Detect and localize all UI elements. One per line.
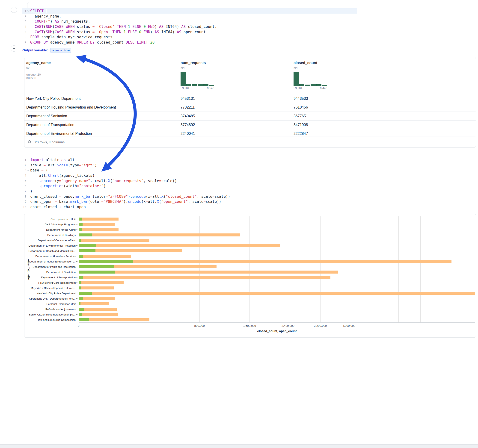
code-line[interactable]: 2 agency_name, [22,14,357,19]
output-variable-badge[interactable]: agency_tickets [50,48,71,53]
code-line[interactable]: 7GROUP BY agency_name ORDER BY closed_co… [22,40,357,45]
bar-closed_count[interactable] [79,302,109,305]
bar-closed_count[interactable] [79,276,330,279]
chart-plot-area [79,216,475,323]
bar-open_count[interactable] [79,297,83,300]
bar-closed_count[interactable] [79,228,119,231]
bar-open_count[interactable] [79,286,81,289]
bar-closed_count[interactable] [79,308,117,311]
collapse-caret-icon[interactable] [26,10,30,11]
bar-open_count[interactable] [79,233,92,236]
code-text: .encode(y="agency_name", x=alt.X("num_re… [30,179,177,183]
column-header-num_requests[interactable]: num_requestsi6453,3049.5e6 [181,61,294,94]
bar-closed_count[interactable] [79,218,119,221]
bar-open_count[interactable] [79,265,114,268]
y-axis-label: Taxi and Limousine Commission [38,318,76,321]
column-header-closed_count[interactable]: closed_counti6453,3049.4e6 [294,61,476,94]
search-icon[interactable] [28,140,32,144]
bar-open_count[interactable] [79,255,83,258]
bar-closed_count[interactable] [79,318,149,321]
column-histogram: 53,3049.5e6 [181,72,214,90]
bar-open_count[interactable] [79,313,82,316]
code-line[interactable]: 6FROM sample_data.nyc.service_requests [22,34,357,40]
code-line[interactable]: 4 CAST(SUM(CASE WHEN status = 'Closed' T… [22,24,357,29]
table-row[interactable]: Department of Transportation377489234719… [25,120,476,129]
table-row[interactable]: Department of Housing Preservation and D… [25,103,476,112]
bar-open_count[interactable] [79,271,115,274]
code-line[interactable]: 2scale = alt.Scale(type="sqrt") [22,162,357,168]
bar-closed_count[interactable] [79,223,115,226]
hist-min-label: 53,304 [181,87,189,90]
table-row[interactable]: Department of Sanitation37494853677651 [25,112,476,120]
code-line[interactable]: 4 alt.Chart(agency_tickets) [22,173,357,178]
add-cell-button-top[interactable]: + [11,7,17,13]
bar-closed_count[interactable] [79,233,240,236]
code-line[interactable]: 1SELECT [22,8,357,14]
y-axis-label: Department for the Aging [46,228,76,231]
y-tick-mark [76,304,77,304]
bar-open_count[interactable] [79,239,81,242]
code-text: scale = alt.Scale(type="sqrt") [30,163,97,167]
add-cell-button-middle[interactable]: + [11,45,17,52]
gridline [461,216,461,322]
line-number: 1 [22,158,26,162]
bar-open_count[interactable] [79,244,96,247]
sql-cell-editor[interactable]: 1SELECT 2 agency_name,3 COUNT(*) AS num_… [22,8,357,45]
table-row[interactable]: New York City Police Department945313194… [25,94,476,103]
bar-closed_count[interactable] [79,271,338,274]
table-cell: Department of Environmental Protection [25,132,181,136]
code-line[interactable]: 7) [22,188,357,194]
python-cell-editor[interactable]: 1import altair as alt2scale = alt.Scale(… [22,157,357,210]
table-cell: 3677651 [294,114,476,118]
bar-closed_count[interactable] [79,297,115,300]
bar-closed_count[interactable] [79,286,114,289]
bar-closed_count[interactable] [79,313,118,316]
code-line[interactable]: 9chart_open = base.mark_bar(color="#8BC3… [22,199,357,204]
gridline [320,216,321,322]
code-line[interactable]: 5 .encode(y="agency_name", x=alt.X("num_… [22,178,357,183]
results-table: agency_namestrunique: 20nulls: 0num_requ… [24,57,476,148]
code-text: chart_closed + chart_open [30,205,86,209]
y-tick-mark [76,219,77,219]
bar-open_count[interactable] [79,218,82,221]
bar-open_count[interactable] [79,276,83,279]
histogram-bar [181,72,186,86]
y-axis-label-row: Correspondence Unit [25,216,77,222]
code-line[interactable]: 1import altair as alt [22,157,357,162]
bar-open_count[interactable] [79,302,81,305]
x-axis-tick-label: 4,000,000 [342,324,355,328]
bar-closed_count[interactable] [79,292,475,295]
code-line[interactable]: 10chart_closed + chart_open [22,204,357,210]
y-tick-mark [76,261,77,261]
text-cursor [46,9,46,13]
bar-open_count[interactable] [79,308,84,311]
column-meta: unique: 20 [26,73,181,76]
code-line[interactable]: 3base = ( [22,168,357,173]
y-axis-label-row: Department of Housing Preservation … [25,259,77,264]
bar-closed_count[interactable] [79,255,131,258]
collapse-caret-icon[interactable] [26,170,30,171]
bar-closed_count[interactable] [79,260,452,263]
y-axis-label: Refunds and Adjustments [45,308,76,311]
y-tick-mark [76,299,77,299]
y-tick-mark [76,251,77,251]
bar-closed_count[interactable] [79,244,280,247]
code-text: import altair as alt [30,158,75,162]
bar-open_count[interactable] [79,260,133,263]
column-header-agency_name[interactable]: agency_namestrunique: 20nulls: 0 [25,61,181,94]
bar-open_count[interactable] [79,223,82,226]
bar-open_count[interactable] [79,318,89,321]
code-line[interactable]: 5 CAST(SUM(CASE WHEN status = 'Open' THE… [22,29,357,35]
bar-open_count[interactable] [79,249,95,252]
code-line[interactable]: 3 COUNT(*) AS num_requests, [22,19,357,24]
bar-open_count[interactable] [79,281,82,284]
bar-open_count[interactable] [79,228,82,231]
y-axis-label-row: Operations Unit - Department of Hom… [25,296,77,301]
code-line[interactable]: 8chart_closed = base.mark_bar(color="#FF… [22,194,357,199]
bar-closed_count[interactable] [79,281,124,284]
table-cell: New York City Police Department [25,97,181,101]
bar-open_count[interactable] [79,292,92,295]
histogram-bar [305,85,310,86]
bar-closed_count[interactable] [79,239,149,242]
code-line[interactable]: 6 .properties(width="container") [22,183,357,188]
